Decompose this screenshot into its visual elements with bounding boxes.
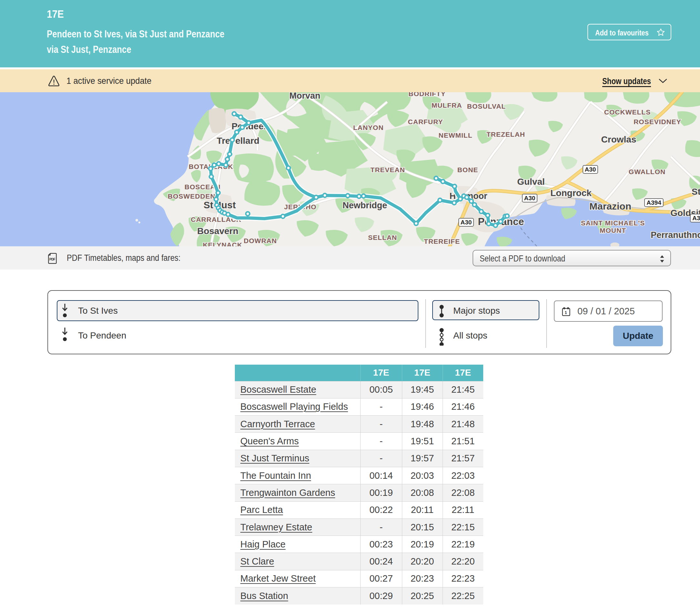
svg-text:Morvan: Morvan bbox=[289, 92, 320, 101]
svg-text:Trevellard: Trevellard bbox=[217, 136, 259, 146]
svg-text:Crowlas: Crowlas bbox=[601, 134, 636, 144]
svg-text:DOWRAN: DOWRAN bbox=[244, 237, 277, 244]
svg-text:Bosavern: Bosavern bbox=[197, 226, 238, 236]
svg-text:COCKWELLS: COCKWELLS bbox=[604, 108, 651, 116]
svg-text:CARFURY: CARFURY bbox=[408, 118, 443, 125]
svg-text:MULFRA: MULFRA bbox=[432, 101, 462, 109]
svg-text:MOUNT: MOUNT bbox=[600, 227, 626, 234]
svg-text:A394: A394 bbox=[647, 199, 661, 206]
svg-text:BOSULVAL: BOSULVAL bbox=[467, 102, 506, 110]
svg-text:TREVEAN: TREVEAN bbox=[370, 166, 405, 174]
svg-text:KELYNACK: KELYNACK bbox=[203, 241, 243, 246]
svg-text:SELLAN: SELLAN bbox=[368, 234, 397, 241]
svg-text:TREZELAH: TREZELAH bbox=[486, 131, 525, 138]
svg-text:GWALLON: GWALLON bbox=[629, 168, 666, 175]
svg-text:Marazion: Marazion bbox=[589, 201, 631, 211]
svg-text:ROSEVIDNEY: ROSEVIDNEY bbox=[634, 118, 681, 125]
svg-text:LANYON: LANYON bbox=[353, 124, 384, 131]
svg-text:Newbridge: Newbridge bbox=[343, 200, 387, 210]
svg-text:A30: A30 bbox=[461, 219, 472, 226]
svg-text:SAINT MICHAEL'S: SAINT MICHAEL'S bbox=[581, 219, 645, 227]
svg-text:Perranuthnoe: Perranuthnoe bbox=[651, 230, 700, 240]
svg-text:A30: A30 bbox=[585, 166, 596, 173]
svg-text:TREREIFE: TREREIFE bbox=[424, 238, 460, 245]
svg-text:St.: St. bbox=[691, 187, 700, 197]
svg-text:1: 1 bbox=[565, 310, 567, 315]
svg-text:A394: A394 bbox=[692, 215, 700, 222]
svg-text:Longrock: Longrock bbox=[550, 188, 592, 198]
svg-text:BODRIFTY: BODRIFTY bbox=[408, 92, 446, 97]
svg-text:A30: A30 bbox=[524, 195, 535, 202]
svg-text:NEWMILL: NEWMILL bbox=[439, 131, 472, 139]
svg-text:BOSWEDDEN: BOSWEDDEN bbox=[168, 192, 216, 200]
svg-text:Gulval: Gulval bbox=[517, 177, 545, 187]
svg-text:PDF: PDF bbox=[49, 258, 56, 261]
svg-text:BONE: BONE bbox=[457, 166, 478, 174]
